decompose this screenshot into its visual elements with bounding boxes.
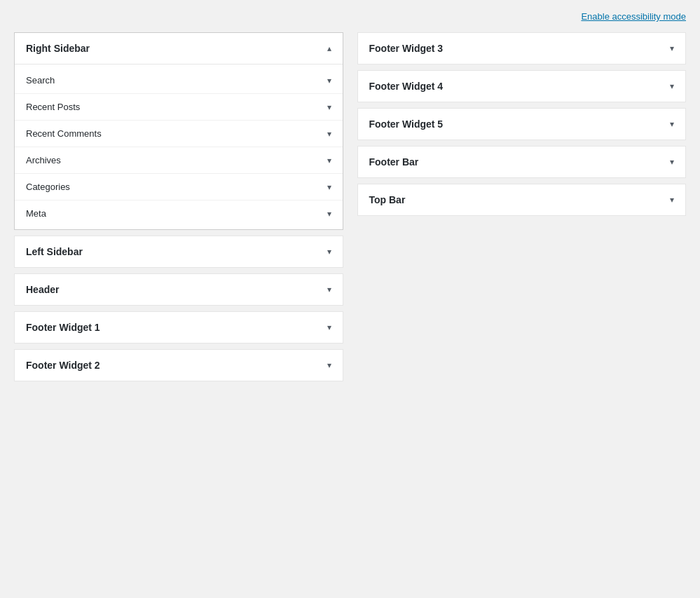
widget-area: Footer Widget 5 ▾	[357, 108, 687, 140]
widget-area: Footer Widget 3 ▾	[357, 32, 687, 64]
widget-chevron: ▾	[327, 182, 331, 192]
widget-area-header[interactable]: Footer Widget 5 ▾	[358, 109, 686, 140]
widget-area-chevron: ▾	[670, 119, 674, 129]
widget-label: Recent Posts	[26, 102, 80, 112]
widget-area-header[interactable]: Footer Widget 4 ▾	[358, 71, 686, 102]
widget-chevron: ▾	[327, 129, 331, 139]
widget-chevron: ▾	[327, 156, 331, 165]
widget-area: Footer Widget 2 ▾	[14, 349, 343, 381]
widget-area-label: Footer Widget 5	[369, 118, 444, 130]
accessibility-link[interactable]: Enable accessibility mode	[581, 11, 686, 22]
widget-area-label: Footer Widget 3	[369, 43, 444, 54]
widget-area-chevron: ▾	[670, 43, 674, 53]
widget-area-chevron: ▾	[670, 81, 674, 91]
widget-item[interactable]: Meta▾	[15, 201, 343, 226]
widget-area-chevron: ▾	[327, 247, 331, 257]
widget-area-label: Footer Widget 2	[26, 360, 100, 371]
widget-area-label: Left Sidebar	[26, 246, 83, 257]
widget-area-label: Top Bar	[369, 194, 406, 205]
widget-label: Search	[26, 75, 55, 86]
widget-area-chevron: ▾	[327, 285, 331, 294]
right-sidebar-label: Right Sidebar	[26, 43, 90, 54]
widget-label: Categories	[26, 182, 70, 192]
right-sidebar-chevron: ▴	[327, 43, 331, 53]
widget-area: Footer Widget 4 ▾	[357, 70, 687, 102]
widget-area-label: Footer Bar	[369, 156, 419, 168]
widget-area-chevron: ▾	[670, 195, 674, 205]
widget-item[interactable]: Recent Comments▾	[15, 121, 343, 147]
widget-area-header[interactable]: Top Bar ▾	[358, 184, 686, 215]
right-column: Footer Widget 3 ▾ Footer Widget 4 ▾ Foot…	[357, 32, 687, 222]
widget-label: Archives	[26, 155, 61, 165]
widget-item[interactable]: Recent Posts▾	[15, 94, 343, 121]
widget-area: Left Sidebar ▾	[14, 236, 343, 268]
widget-area-chevron: ▾	[670, 157, 674, 167]
widget-area-chevron: ▾	[327, 360, 331, 370]
widget-area-label: Footer Widget 1	[26, 322, 100, 333]
widget-area-label: Header	[26, 284, 59, 295]
right-sidebar-widget-list: Search▾Recent Posts▾Recent Comments▾Arch…	[15, 64, 343, 229]
right-sidebar-header[interactable]: Right Sidebar ▴	[15, 33, 343, 64]
widget-label: Recent Comments	[26, 128, 102, 139]
right-sidebar-area: Right Sidebar ▴ Search▾Recent Posts▾Rece…	[14, 32, 343, 230]
widget-area-header[interactable]: Footer Widget 1 ▾	[15, 312, 343, 343]
left-areas: Left Sidebar ▾ Header ▾ Footer Widget 1 …	[14, 236, 343, 387]
left-column: Right Sidebar ▴ Search▾Recent Posts▾Rece…	[14, 32, 343, 387]
widget-label: Meta	[26, 208, 46, 219]
widget-area-label: Footer Widget 4	[369, 81, 444, 92]
widget-item[interactable]: Archives▾	[15, 147, 343, 174]
widget-area-header[interactable]: Left Sidebar ▾	[15, 236, 343, 267]
widget-area: Footer Widget 1 ▾	[14, 311, 343, 344]
widget-chevron: ▾	[327, 76, 331, 86]
widget-area-chevron: ▾	[327, 322, 331, 332]
top-bar: Enable accessibility mode	[14, 7, 686, 32]
widget-area: Top Bar ▾	[357, 184, 687, 216]
widget-area-header[interactable]: Footer Widget 3 ▾	[358, 33, 686, 64]
widget-area: Footer Bar ▾	[357, 146, 687, 178]
widget-item[interactable]: Categories▾	[15, 174, 343, 201]
widget-item[interactable]: Search▾	[15, 67, 343, 94]
widget-chevron: ▾	[327, 102, 331, 112]
widget-chevron: ▾	[327, 209, 331, 219]
widget-area: Header ▾	[14, 273, 343, 306]
widget-area-header[interactable]: Footer Bar ▾	[358, 147, 686, 177]
right-areas: Footer Widget 3 ▾ Footer Widget 4 ▾ Foot…	[357, 32, 687, 222]
widget-area-header[interactable]: Header ▾	[15, 274, 343, 305]
main-layout: Right Sidebar ▴ Search▾Recent Posts▾Rece…	[14, 32, 686, 387]
widget-area-header[interactable]: Footer Widget 2 ▾	[15, 350, 343, 381]
